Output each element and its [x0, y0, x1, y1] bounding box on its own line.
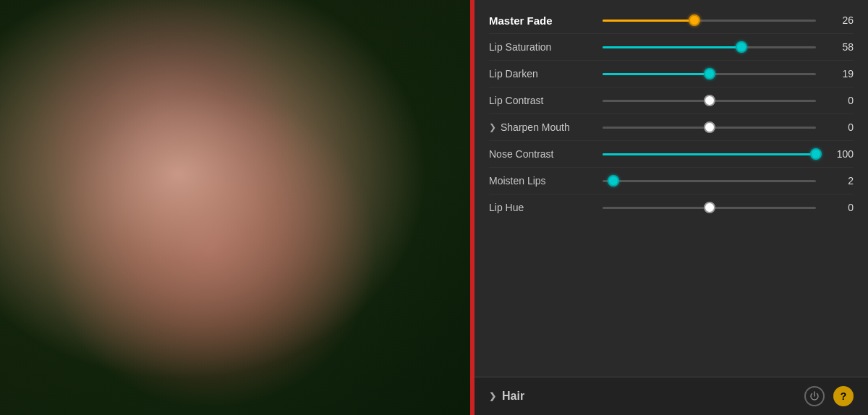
lip-saturation-track	[603, 46, 816, 48]
moisten-lips-slider[interactable]	[603, 174, 816, 188]
master-fade-row: Master Fade 26	[489, 7, 854, 34]
hair-section-label[interactable]: ❯ Hair	[489, 390, 524, 403]
sharpen-mouth-text: Sharpen Mouth	[501, 121, 570, 133]
lip-darken-slider[interactable]	[603, 67, 816, 81]
sharpen-mouth-label: ❯ Sharpen Mouth	[489, 121, 594, 133]
hair-chevron-icon: ❯	[489, 391, 496, 401]
lip-contrast-value: 0	[825, 95, 854, 106]
help-button[interactable]: ?	[833, 386, 854, 406]
bottom-icons-group: ?	[804, 386, 854, 406]
help-icon-label: ?	[841, 390, 847, 402]
lip-saturation-thumb[interactable]	[736, 41, 747, 53]
lip-hue-row: Lip Hue 0	[489, 194, 854, 221]
lip-saturation-fill	[603, 46, 741, 48]
lip-saturation-slider[interactable]	[603, 40, 816, 54]
lip-darken-track	[603, 73, 816, 75]
lip-darken-label: Lip Darken	[489, 68, 594, 80]
lip-darken-row: Lip Darken 19	[489, 61, 854, 87]
moisten-lips-thumb[interactable]	[608, 175, 619, 187]
lip-saturation-value: 58	[825, 41, 854, 53]
master-fade-label: Master Fade	[489, 14, 594, 27]
sharpen-mouth-value: 0	[825, 121, 854, 133]
controls-panel: Master Fade 26 Lip Saturation 58 Lip	[475, 0, 868, 415]
lip-contrast-slider[interactable]	[603, 93, 816, 108]
sharpen-mouth-row: ❯ Sharpen Mouth 0	[489, 114, 854, 141]
lip-hue-value: 0	[825, 202, 854, 213]
master-fade-fill	[603, 20, 694, 22]
power-button[interactable]	[804, 386, 825, 406]
lip-contrast-track	[603, 100, 816, 102]
lip-hue-track	[603, 207, 816, 209]
master-fade-slider[interactable]	[603, 13, 816, 27]
moisten-lips-row: Moisten Lips 2	[489, 168, 854, 194]
face-overlay	[0, 0, 470, 415]
photo-panel	[0, 0, 470, 415]
lip-hue-slider[interactable]	[603, 200, 816, 215]
moisten-lips-value: 2	[825, 175, 854, 187]
lip-saturation-row: Lip Saturation 58	[489, 34, 854, 61]
lip-contrast-label: Lip Contrast	[489, 95, 594, 106]
lip-darken-thumb[interactable]	[704, 68, 715, 80]
nose-contrast-fill	[603, 153, 816, 155]
sharpen-mouth-track	[603, 127, 816, 129]
lip-contrast-thumb[interactable]	[704, 95, 715, 106]
lip-hue-thumb[interactable]	[704, 202, 715, 213]
master-fade-thumb[interactable]	[689, 14, 700, 26]
moisten-lips-track	[603, 180, 816, 182]
nose-contrast-label: Nose Contrast	[489, 148, 594, 160]
lip-darken-value: 19	[825, 68, 854, 80]
nose-contrast-slider[interactable]	[603, 147, 816, 161]
nose-contrast-value: 100	[825, 148, 854, 160]
sharpen-mouth-chevron: ❯	[489, 122, 496, 132]
sharpen-mouth-slider[interactable]	[603, 120, 816, 134]
master-fade-value: 26	[825, 14, 854, 26]
hair-label-text: Hair	[502, 390, 524, 403]
moisten-lips-label: Moisten Lips	[489, 175, 594, 187]
nose-contrast-thumb[interactable]	[810, 148, 822, 160]
bottom-bar: ❯ Hair ?	[475, 377, 868, 415]
nose-contrast-row: Nose Contrast 100	[489, 141, 854, 168]
nose-contrast-track	[603, 153, 816, 155]
lip-darken-fill	[603, 73, 710, 75]
sharpen-mouth-thumb[interactable]	[704, 121, 715, 133]
lip-hue-label: Lip Hue	[489, 202, 594, 213]
master-fade-track	[603, 20, 816, 22]
lip-contrast-row: Lip Contrast 0	[489, 87, 854, 114]
sliders-container: Master Fade 26 Lip Saturation 58 Lip	[475, 0, 868, 377]
lip-saturation-label: Lip Saturation	[489, 41, 594, 53]
